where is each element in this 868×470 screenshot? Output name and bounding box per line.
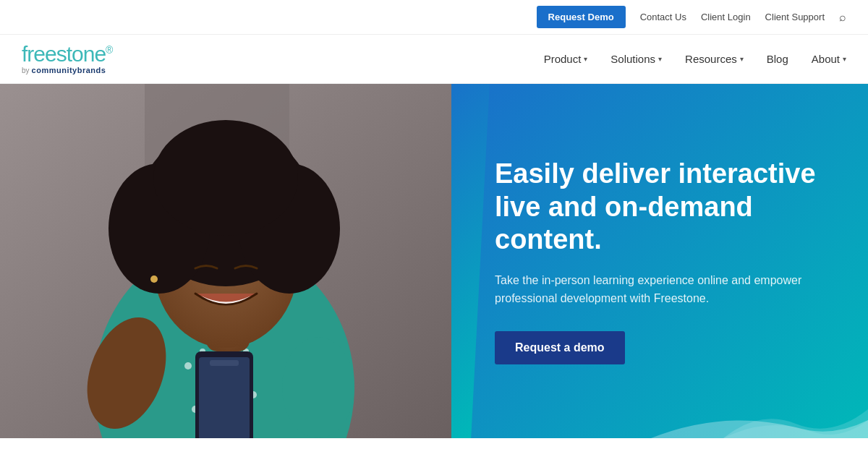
nav-item-about[interactable]: About ▾ [812, 53, 846, 65]
logo: freestone® by communitybrands [22, 43, 112, 74]
nav-items: Product ▾ Solutions ▾ Resources ▾ Blog A… [544, 53, 846, 65]
svg-rect-21 [210, 360, 239, 366]
chevron-down-icon: ▾ [843, 55, 846, 63]
logo-freestone: freestone® [22, 43, 112, 65]
hero-cta-button[interactable]: Request a demo [495, 331, 625, 364]
top-bar-links: Request Demo Contact Us Client Login Cli… [537, 6, 846, 28]
main-nav: freestone® by communitybrands Product ▾ … [0, 35, 868, 84]
search-icon[interactable]: ⌕ [839, 11, 846, 24]
nav-item-product[interactable]: Product ▾ [544, 53, 588, 65]
nav-item-resources[interactable]: Resources ▾ [685, 53, 744, 65]
nav-item-about-label: About [812, 53, 840, 65]
logo-by: by [22, 67, 30, 74]
hero-image [0, 84, 451, 438]
svg-rect-20 [199, 357, 250, 438]
nav-item-resources-label: Resources [685, 53, 737, 65]
hero-subtext: Take the in-person learning experience o… [495, 271, 813, 308]
nav-item-solutions[interactable]: Solutions ▾ [610, 53, 662, 65]
nav-item-solutions-label: Solutions [610, 53, 655, 65]
request-demo-button[interactable]: Request Demo [537, 6, 626, 28]
contact-us-link[interactable]: Contact Us [640, 12, 686, 22]
nav-item-blog-label: Blog [767, 53, 788, 65]
hero-headline: Easily deliver interactive live and on-d… [495, 158, 832, 257]
svg-point-4 [184, 362, 192, 369]
logo-freestone-text: freestone [22, 42, 106, 66]
hero-section: Easily deliver interactive live and on-d… [0, 84, 868, 438]
svg-point-23 [282, 337, 354, 438]
nav-item-product-label: Product [544, 53, 582, 65]
chevron-down-icon: ▾ [740, 55, 744, 63]
logo-registered: ® [106, 44, 112, 56]
nav-item-blog[interactable]: Blog [767, 53, 788, 65]
top-bar: Request Demo Contact Us Client Login Cli… [0, 0, 868, 35]
chevron-down-icon: ▾ [658, 55, 662, 63]
client-login-link[interactable]: Client Login [701, 12, 751, 22]
bottom-wave [651, 402, 868, 438]
svg-point-18 [150, 275, 158, 283]
svg-point-17 [153, 120, 298, 236]
client-support-link[interactable]: Client Support [765, 12, 825, 22]
logo-communitybrands: communitybrands [32, 67, 106, 74]
chevron-down-icon: ▾ [584, 55, 587, 63]
hero-photo [0, 84, 451, 438]
hero-content: Easily deliver interactive live and on-d… [451, 84, 868, 438]
